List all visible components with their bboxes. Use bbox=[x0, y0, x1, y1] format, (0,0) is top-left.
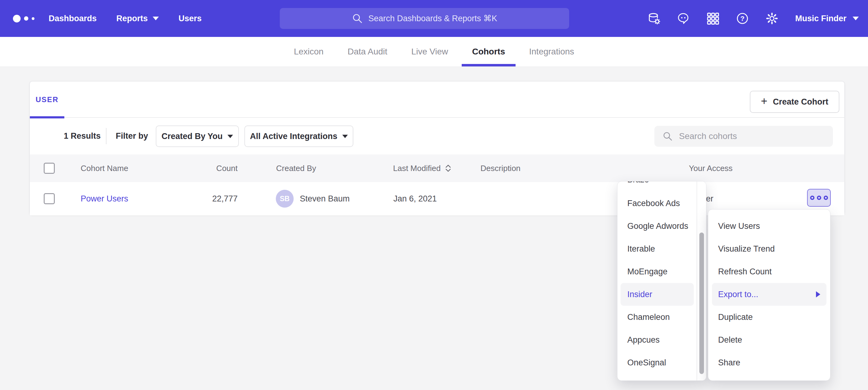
menu-item-appcues[interactable]: Appcues bbox=[617, 328, 696, 351]
tab-integrations[interactable]: Integrations bbox=[529, 37, 574, 66]
nav-dashboards[interactable]: Dashboards bbox=[49, 14, 97, 23]
cohorts-card: USER + Create Cohort 1 Results Filter by… bbox=[29, 81, 845, 215]
menu-item-insider[interactable]: Insider bbox=[621, 283, 694, 306]
navbar-actions: ? Music Finder bbox=[647, 0, 859, 37]
project-name: Music Finder bbox=[795, 14, 846, 23]
menu-item-delete[interactable]: Delete bbox=[708, 328, 830, 351]
menu-item-refresh-count[interactable]: Refresh Count bbox=[708, 260, 830, 283]
secondary-nav: Lexicon Data Audit Live View Cohorts Int… bbox=[0, 37, 868, 67]
menu-item-share[interactable]: Share bbox=[708, 351, 830, 374]
top-navbar: Dashboards Reports Users Search Dashboar… bbox=[0, 0, 868, 37]
menu-item-chameleon[interactable]: Chameleon bbox=[617, 306, 696, 328]
global-search-input[interactable]: Search Dashboards & Reports ⌘K bbox=[280, 8, 569, 29]
results-count: 1 Results bbox=[64, 118, 101, 154]
search-icon bbox=[352, 13, 363, 24]
sort-icon bbox=[445, 164, 451, 172]
menu-item-duplicate[interactable]: Duplicate bbox=[708, 306, 830, 328]
col-last-modified[interactable]: Last Modified bbox=[393, 154, 451, 182]
tab-live-view[interactable]: Live View bbox=[411, 37, 448, 66]
col-created-by: Created By bbox=[276, 154, 316, 182]
nav-users[interactable]: Users bbox=[179, 14, 202, 23]
row-more-actions-button[interactable] bbox=[807, 189, 831, 207]
create-cohort-button[interactable]: + Create Cohort bbox=[750, 91, 839, 113]
submenu-arrow-icon bbox=[816, 291, 820, 297]
menu-item-visualize-trend[interactable]: Visualize Trend bbox=[708, 237, 830, 260]
tab-cohorts[interactable]: Cohorts bbox=[472, 37, 505, 66]
export-to-submenu: Braze Facebook Ads Google Adwords Iterab… bbox=[617, 181, 706, 381]
project-switcher[interactable]: Music Finder bbox=[795, 14, 859, 23]
avatar: SB bbox=[276, 190, 293, 207]
search-cohorts-placeholder: Search cohorts bbox=[679, 131, 737, 141]
menu-item-onesignal[interactable]: OneSignal bbox=[617, 351, 696, 374]
menu-item-facebook-ads[interactable]: Facebook Ads bbox=[617, 192, 696, 215]
cohorts-page: Dashboards Reports Users Search Dashboar… bbox=[0, 0, 868, 390]
cohort-count: 22,777 bbox=[30, 182, 238, 215]
chevron-down-icon bbox=[342, 135, 348, 138]
menu-item-iterable[interactable]: Iterable bbox=[617, 237, 696, 260]
apps-grid-icon[interactable] bbox=[706, 12, 719, 25]
plus-icon: + bbox=[761, 96, 767, 107]
created-by-filter-dropdown[interactable]: Created By You bbox=[156, 126, 239, 147]
nav-reports[interactable]: Reports bbox=[116, 14, 159, 23]
tab-lexicon[interactable]: Lexicon bbox=[294, 37, 324, 66]
search-cohorts-input[interactable]: Search cohorts bbox=[654, 126, 833, 147]
col-your-access: Your Access bbox=[689, 154, 733, 182]
filter-bar: 1 Results Filter by Created By You All A… bbox=[30, 118, 844, 154]
scrollbar-track bbox=[696, 182, 706, 381]
tab-user-cohorts[interactable]: USER bbox=[30, 82, 64, 118]
scrollbar-thumb[interactable] bbox=[699, 232, 704, 374]
row-context-menu: View Users Visualize Trend Refresh Count… bbox=[708, 209, 831, 381]
menu-item-google-adwords[interactable]: Google Adwords bbox=[617, 215, 696, 237]
last-modified-value: Jan 6, 2021 bbox=[393, 182, 437, 215]
divider bbox=[106, 128, 106, 144]
menu-item-view-users[interactable]: View Users bbox=[708, 215, 830, 237]
menu-item-moengage[interactable]: MoEngage bbox=[617, 260, 696, 283]
settings-icon[interactable] bbox=[766, 12, 778, 25]
search-icon bbox=[662, 131, 673, 141]
chevron-down-icon bbox=[153, 17, 159, 20]
feedback-icon[interactable] bbox=[677, 12, 690, 25]
data-management-icon[interactable] bbox=[647, 12, 660, 25]
card-header: USER + Create Cohort bbox=[30, 82, 844, 118]
global-search-placeholder: Search Dashboards & Reports ⌘K bbox=[368, 13, 497, 23]
filter-by-label: Filter by bbox=[116, 118, 148, 154]
chevron-down-icon bbox=[852, 17, 859, 20]
chevron-down-icon bbox=[227, 135, 233, 138]
table-header: Cohort Name Count Created By Last Modifi… bbox=[30, 154, 844, 182]
menu-item-export-to[interactable]: Export to... bbox=[712, 283, 827, 306]
help-icon[interactable]: ? bbox=[736, 12, 749, 25]
data-management-tabs: Lexicon Data Audit Live View Cohorts Int… bbox=[0, 37, 868, 66]
svg-text:?: ? bbox=[741, 15, 745, 23]
tab-data-audit[interactable]: Data Audit bbox=[347, 37, 387, 66]
integrations-filter-dropdown[interactable]: All Active Integrations bbox=[244, 126, 353, 147]
ellipsis-icon bbox=[810, 196, 814, 200]
mixpanel-logo-icon[interactable] bbox=[13, 0, 34, 37]
col-count: Count bbox=[30, 154, 238, 182]
col-description: Description bbox=[480, 154, 521, 182]
menu-item-braze-clipped[interactable]: Braze bbox=[627, 182, 649, 186]
primary-nav: Dashboards Reports Users bbox=[49, 0, 202, 37]
created-by-value: Steven Baum bbox=[300, 182, 350, 215]
